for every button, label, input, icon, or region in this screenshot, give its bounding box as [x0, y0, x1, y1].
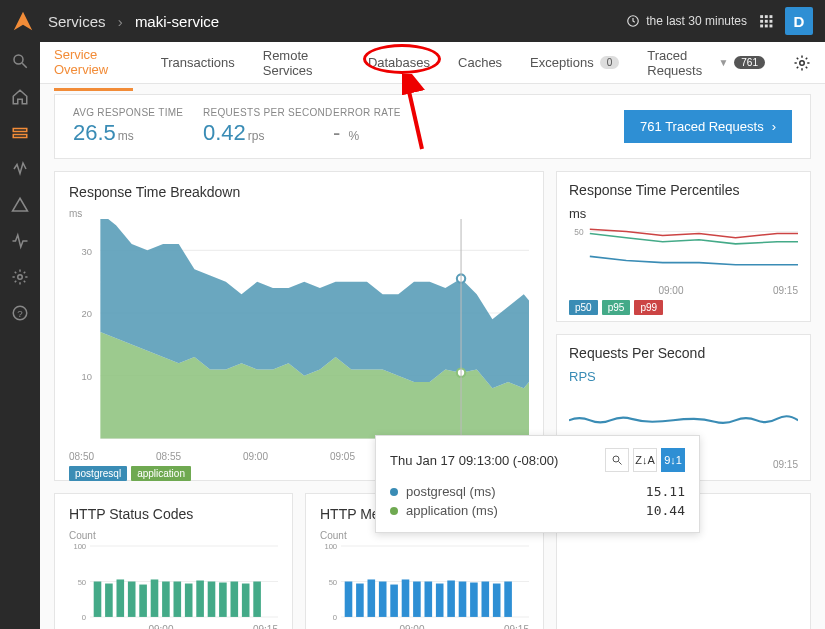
svg-rect-5	[765, 20, 768, 23]
apps-grid-icon[interactable]	[759, 14, 773, 28]
breadcrumb-current[interactable]: maki-service	[135, 13, 219, 30]
chevron-right-icon: ›	[118, 13, 123, 30]
card-title: Response Time Breakdown	[69, 184, 529, 200]
status-chart[interactable]: 100500	[69, 541, 278, 622]
breadcrumb-root[interactable]: Services	[48, 13, 106, 30]
help-icon[interactable]: ?	[11, 304, 29, 322]
svg-rect-2	[765, 15, 768, 18]
svg-rect-4	[760, 20, 763, 23]
svg-rect-45	[196, 580, 204, 616]
svg-point-17	[800, 60, 805, 65]
svg-rect-71	[504, 582, 512, 617]
svg-line-74	[619, 462, 622, 465]
svg-text:100: 100	[73, 542, 86, 551]
breakdown-chart[interactable]: 30 20 10	[69, 219, 529, 449]
tooltip-search-icon[interactable]	[605, 448, 629, 472]
legend-p95[interactable]: p95	[602, 300, 631, 315]
svg-rect-65	[436, 584, 444, 617]
tab-exceptions[interactable]: Exceptions 0	[530, 44, 619, 81]
svg-rect-66	[447, 580, 455, 616]
tooltip-row: application (ms) 10.44	[390, 501, 685, 520]
tooltip-sort-alpha-icon[interactable]: Z↓A	[633, 448, 657, 472]
topbar: Services › maki-service the last 30 minu…	[0, 0, 825, 42]
svg-rect-6	[770, 20, 773, 23]
chevron-right-icon: ›	[772, 119, 776, 134]
tab-caches[interactable]: Caches	[458, 44, 502, 81]
legend-p50[interactable]: p50	[569, 300, 598, 315]
metric-error-rate: ERROR RATE - %	[333, 107, 463, 146]
legend-p99[interactable]: p99	[634, 300, 663, 315]
metric-avg-response: AVG RESPONSE TIME 26.5ms	[73, 107, 203, 146]
tab-traced-requests[interactable]: Traced Requests ▼ 761	[647, 42, 765, 89]
clock-icon	[626, 14, 640, 28]
gear-icon[interactable]	[11, 268, 29, 286]
solarwinds-logo-icon	[12, 10, 34, 32]
svg-rect-63	[413, 582, 421, 617]
alerts-icon[interactable]	[11, 196, 29, 214]
activity-icon[interactable]	[11, 232, 29, 250]
svg-rect-42	[162, 582, 170, 617]
svg-rect-41	[151, 579, 159, 616]
svg-rect-36	[94, 582, 102, 617]
svg-point-14	[18, 275, 23, 280]
svg-rect-9	[770, 25, 773, 28]
svg-rect-1	[760, 15, 763, 18]
settings-gear-icon[interactable]	[793, 54, 811, 72]
traced-requests-button[interactable]: 761 Traced Requests ›	[624, 110, 792, 143]
svg-point-73	[613, 456, 619, 462]
svg-text:50: 50	[78, 577, 87, 586]
legend-application[interactable]: application	[131, 466, 191, 481]
svg-rect-49	[242, 584, 250, 617]
traced-badge: 761	[734, 56, 765, 69]
svg-text:0: 0	[333, 613, 338, 622]
methods-chart[interactable]: 100500	[320, 541, 529, 622]
svg-rect-40	[139, 585, 147, 617]
svg-rect-39	[128, 582, 136, 617]
http-status-card: HTTP Status Codes Count 100500 09:0009:1…	[54, 493, 293, 629]
trace-icon[interactable]	[11, 160, 29, 178]
svg-rect-46	[208, 582, 216, 617]
svg-rect-50	[253, 582, 261, 617]
summary-bar: AVG RESPONSE TIME 26.5ms REQUESTS PER SE…	[54, 94, 811, 159]
tab-transactions[interactable]: Transactions	[161, 44, 235, 81]
avatar[interactable]: D	[785, 7, 813, 35]
metric-rps: REQUESTS PER SECOND 0.42rps	[203, 107, 333, 146]
svg-rect-12	[13, 129, 27, 132]
svg-rect-7	[760, 25, 763, 28]
dot-icon	[390, 488, 398, 496]
svg-rect-43	[174, 582, 182, 617]
svg-text:10: 10	[82, 371, 92, 382]
chevron-down-icon: ▼	[718, 57, 728, 68]
tooltip-sort-num-icon[interactable]: 9↓1	[661, 448, 685, 472]
tooltip-timestamp: Thu Jan 17 09:13:00 (-08:00)	[390, 453, 601, 468]
tab-remote-services[interactable]: Remote Services	[263, 42, 340, 89]
svg-text:?: ?	[17, 308, 23, 319]
svg-rect-70	[493, 584, 501, 617]
percentiles-card: Response Time Percentiles ms 50 09:0009:…	[556, 171, 811, 322]
svg-rect-47	[219, 583, 227, 617]
home-icon[interactable]	[11, 88, 29, 106]
svg-rect-69	[482, 582, 490, 617]
svg-rect-48	[231, 582, 239, 617]
tabbar: Service Overview Transactions Remote Ser…	[40, 42, 825, 84]
svg-rect-58	[356, 584, 364, 617]
svg-text:30: 30	[82, 246, 92, 257]
svg-rect-64	[425, 582, 433, 617]
svg-text:100: 100	[324, 542, 337, 551]
search-icon[interactable]	[11, 52, 29, 70]
legend-postgresql[interactable]: postgresql	[69, 466, 127, 481]
time-range-selector[interactable]: the last 30 minutes	[626, 14, 747, 28]
svg-rect-44	[185, 584, 193, 617]
svg-rect-60	[379, 582, 387, 617]
tab-service-overview[interactable]: Service Overview	[54, 42, 133, 91]
percentiles-chart[interactable]: 50	[569, 221, 798, 283]
svg-rect-68	[470, 583, 478, 617]
svg-text:50: 50	[329, 577, 338, 586]
tab-databases[interactable]: Databases	[368, 44, 430, 81]
svg-rect-37	[105, 584, 113, 617]
svg-line-11	[22, 63, 27, 68]
services-icon[interactable]	[11, 124, 29, 142]
svg-rect-62	[402, 579, 410, 616]
exceptions-badge: 0	[600, 56, 620, 69]
svg-rect-67	[459, 582, 467, 617]
